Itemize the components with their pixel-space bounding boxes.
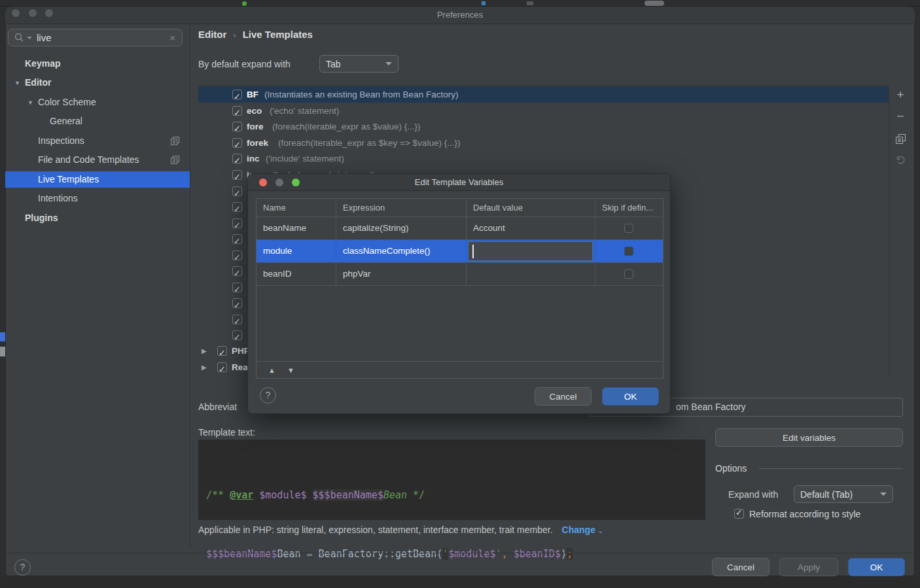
cancel-button[interactable]: Cancel — [712, 558, 770, 576]
undo-icon[interactable] — [891, 151, 910, 169]
expand-arrow-icon[interactable]: ▶ — [202, 343, 207, 359]
clear-search-icon[interactable]: × — [169, 32, 175, 43]
bottombar-divider — [6, 553, 914, 553]
dialog-titlebar[interactable]: Edit Template Variables — [248, 174, 670, 191]
template-row-eco[interactable]: eco ('echo' statement) — [198, 103, 889, 119]
template-row-bf[interactable]: BF (Instantiates an existing Bean from B… — [198, 86, 889, 103]
move-down-icon[interactable]: ▼ — [287, 366, 294, 374]
template-enabled-checkbox[interactable] — [232, 283, 242, 292]
chevron-down-icon: ⌄ — [597, 527, 603, 534]
search-icon — [14, 33, 24, 43]
default-expand-select[interactable]: Tab — [319, 55, 398, 73]
group-enabled-checkbox[interactable] — [217, 362, 227, 372]
change-context-link[interactable]: Change — [562, 525, 595, 535]
skip-if-defined-checkbox[interactable] — [624, 269, 633, 279]
template-enabled-checkbox[interactable] — [232, 202, 242, 212]
add-template-icon[interactable]: + — [891, 86, 910, 105]
help-button[interactable]: ? — [14, 559, 31, 576]
reformat-checkbox[interactable] — [734, 509, 744, 519]
search-options-chevron-icon[interactable] — [27, 37, 32, 39]
sidebar-item-intentions[interactable]: Intentions — [5, 190, 190, 207]
template-enabled-checkbox[interactable] — [232, 122, 242, 131]
expand-arrow-icon[interactable]: ▶ — [202, 359, 207, 375]
expand-with-value: Default (Tab) — [800, 489, 853, 500]
dialog-ok-button[interactable]: OK — [602, 387, 659, 406]
template-row-forek[interactable]: forek (foreach(iterable_expr as $key => … — [198, 135, 889, 151]
copy-icon — [171, 156, 179, 164]
skip-if-defined-checkbox[interactable] — [624, 247, 633, 256]
dialog-footer: ? Cancel OK — [248, 383, 670, 413]
ide-background-toolbar — [0, 0, 920, 7]
column-header-name[interactable]: Name — [257, 199, 336, 216]
chevron-down-icon — [385, 62, 392, 65]
duplicate-template-icon[interactable] — [891, 130, 910, 148]
ide-fragment — [0, 332, 5, 341]
collapse-arrow-icon[interactable]: ▼ — [14, 75, 20, 92]
column-header-default-value[interactable]: Default value — [467, 199, 595, 216]
variable-row-beanid[interactable]: beanID phpVar — [257, 263, 663, 286]
sidebar-item-inspections[interactable]: Inspections — [5, 133, 190, 149]
remove-template-icon[interactable]: − — [891, 108, 910, 126]
column-header-skip-if-defined[interactable]: Skip if defin... — [595, 199, 663, 216]
sidebar-item-live-templates[interactable]: Live Templates — [5, 171, 190, 188]
dialog-close-button[interactable] — [259, 179, 267, 186]
copy-icon — [171, 137, 179, 145]
variables-table-header: Name Expression Default value Skip if de… — [257, 199, 663, 217]
table-empty-area — [257, 286, 663, 361]
variables-table: Name Expression Default value Skip if de… — [256, 198, 663, 379]
options-divider — [759, 468, 903, 469]
default-value-edit-field[interactable] — [468, 241, 593, 261]
sidebar-item-plugins[interactable]: Plugins — [5, 210, 190, 226]
dialog-zoom-button[interactable] — [292, 179, 300, 186]
dialog-title: Edit Template Variables — [248, 174, 670, 190]
template-enabled-checkbox[interactable] — [232, 170, 242, 180]
template-row-fore[interactable]: fore (foreach(iterable_expr as $value) {… — [198, 118, 889, 135]
breadcrumb-editor[interactable]: Editor — [198, 29, 226, 40]
template-enabled-checkbox[interactable] — [232, 154, 242, 164]
template-enabled-checkbox[interactable] — [232, 186, 242, 196]
move-up-icon[interactable]: ▲ — [268, 366, 275, 374]
template-enabled-checkbox[interactable] — [232, 218, 242, 228]
group-enabled-checkbox[interactable] — [217, 346, 227, 356]
zoom-window-button[interactable] — [45, 9, 53, 17]
ok-button[interactable]: OK — [848, 558, 905, 576]
template-enabled-checkbox[interactable] — [232, 315, 242, 324]
sidebar-item-general[interactable]: General — [5, 113, 190, 130]
code-line-2: $$$beanName$Bean = BeanFactory::getBean(… — [206, 544, 698, 564]
collapse-arrow-icon[interactable]: ▼ — [27, 95, 33, 111]
close-window-button[interactable] — [12, 9, 20, 17]
template-enabled-checkbox[interactable] — [232, 234, 242, 244]
expand-with-select[interactable]: Default (Tab) — [794, 485, 893, 503]
breadcrumb-separator: › — [233, 30, 236, 40]
text-caret — [472, 245, 474, 258]
variable-row-beanname[interactable]: beanName capitalize(String) Account — [257, 217, 663, 240]
search-input[interactable] — [37, 32, 161, 43]
template-enabled-checkbox[interactable] — [232, 90, 242, 99]
template-row-inc[interactable]: inc ('include' statement) — [198, 150, 889, 167]
dialog-cancel-button[interactable]: Cancel — [535, 387, 592, 406]
template-enabled-checkbox[interactable] — [232, 266, 242, 276]
template-enabled-checkbox[interactable] — [232, 251, 242, 260]
window-titlebar[interactable]: Preferences — [5, 7, 915, 24]
template-enabled-checkbox[interactable] — [232, 138, 242, 148]
minimize-window-button[interactable] — [29, 9, 37, 17]
column-header-expression[interactable]: Expression — [336, 199, 467, 216]
dialog-help-button[interactable]: ? — [260, 387, 276, 404]
edit-variables-button[interactable]: Edit variables — [715, 428, 903, 447]
sidebar-item-file-and-code-templates[interactable]: File and Code Templates — [5, 152, 190, 168]
apply-button[interactable]: Apply — [779, 558, 838, 576]
variable-row-module[interactable]: module classNameComplete() — [257, 240, 663, 263]
dialog-minimize-button[interactable] — [275, 179, 283, 186]
skip-if-defined-checkbox[interactable] — [624, 224, 633, 233]
sidebar-item-keymap[interactable]: Keymap — [5, 56, 190, 72]
sidebar-item-color-scheme[interactable]: ▼ Color Scheme — [5, 94, 190, 111]
template-enabled-checkbox[interactable] — [232, 106, 242, 116]
template-enabled-checkbox[interactable] — [232, 330, 242, 340]
ide-background-left — [0, 7, 5, 576]
settings-search-field[interactable]: × — [8, 29, 183, 46]
options-section-label: Options — [715, 463, 747, 474]
ide-fragment — [0, 347, 5, 356]
sidebar-item-editor[interactable]: ▼ Editor — [5, 75, 190, 91]
template-enabled-checkbox[interactable] — [232, 298, 242, 308]
template-text-editor[interactable]: /** @var $module$ $$$beanName$Bean */ $$… — [198, 440, 705, 520]
